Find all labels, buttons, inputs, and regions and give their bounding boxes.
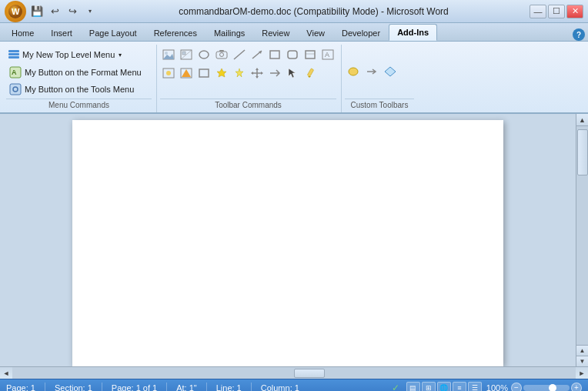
zoom-thumb (549, 384, 556, 392)
tb-line-btn[interactable] (231, 46, 248, 63)
svg-rect-22 (270, 51, 279, 58)
tb-image2-btn[interactable] (178, 46, 195, 63)
top-level-menu-item[interactable]: My New Top Level Menu ▾ (6, 46, 145, 63)
zoom-slider[interactable] (523, 385, 570, 391)
zoom-in-btn[interactable]: + (571, 383, 582, 392)
scroll-up-arrow[interactable]: ▲ (576, 114, 589, 126)
zoom-percent: 100% (486, 383, 508, 392)
tb-rect2-btn[interactable] (284, 46, 301, 63)
svg-point-41 (349, 68, 358, 75)
tb-r2-move-btn[interactable] (249, 65, 266, 82)
help-button[interactable]: ? (573, 28, 585, 41)
tab-mailings[interactable]: Mailings (205, 24, 253, 41)
top-level-menu-arrow: ▾ (119, 52, 122, 58)
tb-rect3-btn[interactable] (302, 46, 319, 63)
scroll-left-arrow[interactable]: ◄ (0, 367, 12, 379)
scroll-thumb-v[interactable] (577, 129, 588, 175)
ct-diamond-btn[interactable] (382, 63, 399, 80)
top-level-menu-icon (8, 48, 20, 61)
svg-marker-33 (217, 69, 226, 77)
tb-r2-1-btn[interactable] (160, 65, 177, 82)
tab-page-layout[interactable]: Page Layout (81, 24, 145, 41)
format-menu-item[interactable]: A My Button on the Format Menu (6, 65, 145, 80)
svg-point-15 (199, 51, 209, 58)
scroll-bottom-arrows: ▲ ▼ (576, 345, 589, 366)
horizontal-scrollbar[interactable]: ◄ ► (0, 366, 588, 379)
tab-developer[interactable]: Developer (333, 24, 389, 41)
tb-r2-2-btn[interactable] (178, 65, 195, 82)
view-buttons: ▤ ⊞ 🌐 ≡ ☰ (406, 382, 482, 392)
redo-quick-btn[interactable]: ↪ (65, 4, 80, 19)
scroll-down-sm-arrow[interactable]: ▼ (576, 356, 589, 366)
tb-r2-3-btn[interactable] (195, 65, 212, 82)
view-web-btn[interactable]: 🌐 (437, 382, 451, 392)
vertical-scrollbar[interactable]: ▲ ▲ ▼ (576, 114, 588, 366)
column-status: Column: 1 (261, 383, 299, 392)
svg-rect-32 (199, 69, 209, 77)
tb-r2-pencil-btn[interactable] (302, 65, 319, 82)
svg-text:A: A (325, 51, 329, 58)
save-quick-btn[interactable]: 💾 (29, 4, 45, 19)
document-view[interactable] (0, 114, 576, 366)
tb-rect-btn[interactable] (266, 46, 283, 63)
top-level-menu-label: My New Top Level Menu (22, 50, 115, 59)
view-fullscreen-btn[interactable]: ⊞ (422, 382, 436, 392)
check-icon: ✓ (389, 382, 402, 392)
svg-rect-39 (307, 69, 313, 77)
svg-point-17 (220, 53, 224, 57)
ct-arrow-btn[interactable] (363, 63, 380, 80)
scroll-track-v[interactable] (576, 126, 588, 345)
view-outline-btn[interactable]: ≡ (453, 382, 466, 392)
qa-dropdown-btn[interactable]: ▾ (82, 4, 98, 19)
scroll-up-sm-arrow[interactable]: ▲ (576, 345, 589, 356)
tb-r2-cursor-btn[interactable] (284, 65, 301, 82)
tb-text-btn[interactable]: A (319, 46, 336, 63)
zoom-controls: − + (511, 383, 582, 392)
svg-rect-18 (219, 50, 224, 52)
svg-point-29 (166, 71, 171, 75)
status-div3 (166, 383, 167, 392)
at-status: At: 1" (176, 383, 197, 392)
titlebar-left: W 💾 ↩ ↪ ▾ (5, 1, 98, 22)
group-menu-commands: My New Top Level Menu ▾ A My Button on t… (3, 45, 157, 112)
svg-rect-7 (10, 84, 21, 95)
tab-addins[interactable]: Add-Ins (389, 24, 437, 41)
group-custom-toolbars: Custom Toolbars (342, 45, 419, 112)
tab-insert[interactable]: Insert (42, 24, 81, 41)
titlebar: W 💾 ↩ ↪ ▾ commandbarOM-demo.doc (Compati… (0, 0, 588, 23)
undo-quick-btn[interactable]: ↩ (47, 4, 62, 19)
toolbar-commands-label: Toolbar Commands (160, 99, 336, 111)
tools-menu-label: My Button on the Tools Menu (25, 85, 134, 94)
svg-marker-40 (308, 76, 311, 78)
custom-toolbars-label: Custom Toolbars (345, 99, 414, 111)
close-button[interactable]: ✕ (566, 5, 583, 18)
line-status: Line: 1 (216, 383, 242, 392)
toolbar-row1: A (160, 46, 336, 63)
tb-r2-arrow2-btn[interactable] (266, 65, 283, 82)
scroll-right-arrow[interactable]: ► (576, 367, 588, 379)
scroll-thumb-h[interactable] (294, 369, 325, 378)
tools-menu-item[interactable]: My Button on the Tools Menu (6, 82, 145, 97)
tb-arrow-btn[interactable] (249, 46, 266, 63)
tab-review[interactable]: Review (253, 24, 298, 41)
zoom-out-btn[interactable]: − (511, 383, 522, 392)
minimize-button[interactable]: — (530, 5, 546, 18)
scroll-track-h[interactable] (12, 367, 576, 379)
tb-r2-star2-btn[interactable] (231, 65, 248, 82)
tab-home[interactable]: Home (3, 24, 42, 41)
group-toolbar-commands: A (157, 45, 342, 112)
tools-menu-icon (9, 83, 22, 95)
restore-button[interactable]: ☐ (548, 5, 565, 18)
status-div2 (102, 383, 102, 392)
view-print-btn[interactable]: ▤ (406, 382, 420, 392)
format-menu-label: My Button on the Format Menu (25, 68, 142, 77)
tb-oval-btn[interactable] (195, 46, 212, 63)
tb-camera-btn[interactable] (213, 46, 230, 63)
tab-references[interactable]: References (145, 24, 205, 41)
tb-r2-star-btn[interactable] (213, 65, 230, 82)
tab-view[interactable]: View (298, 24, 333, 41)
ct-circle-btn[interactable] (345, 63, 362, 80)
office-button[interactable]: W (5, 1, 26, 22)
view-draft-btn[interactable]: ☰ (468, 382, 482, 392)
tb-picture-btn[interactable] (160, 46, 177, 63)
